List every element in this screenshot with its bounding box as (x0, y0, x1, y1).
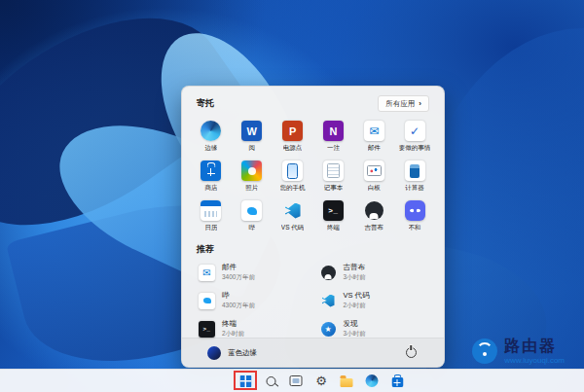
vscode-icon (320, 293, 337, 309)
recommended-texts: 哔 4300万年前 (222, 291, 255, 310)
pinned-app-calculator[interactable]: 计算器 (394, 157, 435, 196)
recommended-item-github[interactable]: 吉普布 3小时前 (315, 260, 433, 285)
all-apps-button[interactable]: 所有应用 › (378, 95, 429, 112)
pinned-app-twitter[interactable]: 哔 (232, 196, 273, 235)
chevron-right-icon: › (419, 100, 421, 108)
recommended-texts: 发现 3小时前 (344, 319, 366, 339)
app-label: 商店 (204, 184, 217, 193)
notepad-icon (323, 160, 344, 181)
pinned-app-github[interactable]: 吉普布 (353, 196, 394, 235)
recommended-texts: 吉普布 3小时前 (344, 263, 366, 282)
taskbar-edge-button[interactable] (363, 372, 382, 390)
phone-icon (282, 160, 303, 181)
taskbar-start-button[interactable] (237, 372, 255, 390)
recommended-title: 邮件 (222, 263, 255, 272)
vscode-icon (282, 200, 303, 221)
windows-logo-icon (239, 375, 251, 387)
recommended-item-mail[interactable]: 邮件 3400万年前 (194, 260, 311, 285)
app-label: 要做的事情 (399, 144, 431, 153)
app-label: 白板 (368, 184, 381, 193)
app-label: 邮件 (368, 144, 381, 153)
taskbar-store-button[interactable] (388, 372, 407, 390)
mail-icon (364, 121, 384, 141)
recommended-title: 吉普布 (344, 263, 366, 272)
watermark-url: www.luyouqi.com (504, 356, 565, 365)
power-button[interactable] (403, 345, 419, 361)
calculator-icon (405, 160, 425, 181)
github-icon (320, 265, 337, 281)
taskbar-explorer-button[interactable] (338, 372, 356, 390)
recommended-title: 终端 (222, 319, 244, 329)
start-menu-footer: 蓝色边缘 (182, 338, 444, 367)
word-icon (241, 121, 262, 141)
app-label: 阅 (248, 144, 255, 153)
pinned-app-discord[interactable]: 不和 (394, 196, 435, 235)
recommended-texts: 邮件 3400万年前 (222, 263, 255, 282)
pinned-app-notepad[interactable]: 记事本 (312, 157, 353, 196)
recommended-title: 发现 (344, 319, 366, 329)
pinned-app-todo[interactable]: 要做的事情 (394, 117, 435, 156)
user-profile-button[interactable]: 蓝色边缘 (207, 346, 257, 360)
gear-icon (315, 374, 327, 387)
recommended-title: 哔 (222, 291, 255, 301)
recommended-list: 邮件 3400万年前 吉普布 3小时前 哔 4300万年前 VS 代码 2小时前 (182, 260, 444, 341)
recommended-title: VS 代码 (344, 291, 370, 301)
pinned-app-whiteboard[interactable]: 白板 (353, 157, 394, 196)
pinned-app-your-phone[interactable]: 您的手机 (273, 157, 313, 196)
pinned-app-vscode[interactable]: VS 代码 (273, 196, 313, 235)
all-apps-label: 所有应用 (385, 99, 415, 109)
taskbar-taskview-button[interactable] (287, 372, 306, 390)
start-menu-panel: 寄托 所有应用 › 边缘 阅 电源点 一注 邮件 要做的事情 (181, 86, 445, 368)
terminal-icon (323, 200, 344, 221)
router-brand-icon (472, 339, 497, 364)
terminal-icon (199, 321, 215, 338)
app-label: 边缘 (204, 144, 217, 153)
pinned-app-onenote[interactable]: 一注 (312, 117, 353, 156)
whiteboard-icon (364, 160, 384, 181)
pinned-app-mail[interactable]: 邮件 (353, 117, 394, 156)
pinned-app-store[interactable]: 商店 (191, 157, 232, 196)
app-label: 计算器 (405, 184, 424, 193)
search-icon (266, 376, 275, 386)
powerpoint-icon (282, 121, 303, 141)
recommended-item-twitter[interactable]: 哔 4300万年前 (194, 288, 311, 313)
app-label: 哔 (248, 224, 255, 232)
watermark-brand: 路由器 (504, 338, 565, 355)
taskbar (0, 369, 584, 392)
pinned-app-edge[interactable]: 边缘 (191, 117, 232, 156)
app-label: 一注 (327, 144, 340, 153)
recommended-subtitle: 3小时前 (344, 273, 366, 282)
user-name-label: 蓝色边缘 (228, 348, 257, 358)
pinned-app-grid: 边缘 阅 电源点 一注 邮件 要做的事情 商店 照片 (182, 115, 444, 235)
pinned-app-photos[interactable]: 照片 (232, 157, 273, 196)
recommended-subtitle: 4300万年前 (222, 302, 255, 310)
taskbar-icon-row (237, 370, 407, 392)
pinned-app-word[interactable]: 阅 (232, 117, 273, 156)
discord-icon (405, 200, 425, 221)
app-label: 日历 (204, 224, 217, 232)
recommended-item-vscode[interactable]: VS 代码 2小时前 (315, 288, 433, 313)
recommended-subtitle: 2小时前 (344, 302, 370, 310)
app-label: 您的手机 (280, 184, 306, 193)
recommended-header-label: 推荐 (182, 235, 444, 260)
todo-icon (405, 121, 425, 141)
taskbar-search-button[interactable] (262, 372, 280, 390)
recommended-subtitle: 3400万年前 (222, 273, 255, 282)
power-icon (406, 347, 417, 358)
pinned-app-terminal[interactable]: 终端 (312, 196, 353, 235)
app-label: 电源点 (283, 144, 303, 153)
store-icon (391, 377, 403, 387)
pinned-app-powerpoint[interactable]: 电源点 (273, 117, 313, 156)
pinned-app-calendar[interactable]: 日历 (191, 196, 232, 235)
app-label: 终端 (327, 224, 340, 232)
folder-icon (341, 378, 353, 387)
calendar-icon (201, 200, 221, 221)
pinned-section-header: 寄托 所有应用 › (182, 87, 444, 115)
watermark-texts: 路由器 www.luyouqi.com (504, 338, 565, 365)
pinned-header-label: 寄托 (197, 97, 214, 110)
app-label: 不和 (409, 224, 421, 232)
recommended-texts: VS 代码 2小时前 (344, 291, 370, 310)
store-icon (201, 160, 221, 181)
task-view-icon (290, 375, 303, 386)
taskbar-settings-button[interactable] (312, 372, 331, 390)
